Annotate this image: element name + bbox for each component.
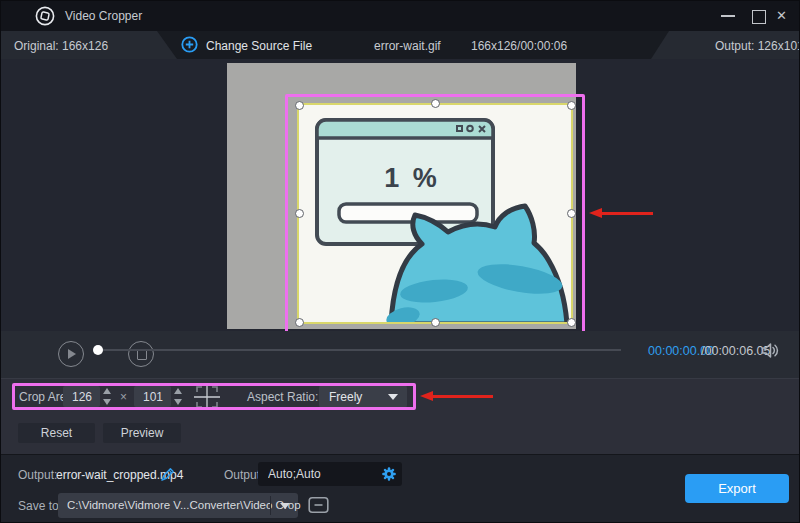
crop-handle-mid-left[interactable] [295,209,304,218]
stop-button[interactable] [128,341,154,367]
reset-button[interactable]: Reset [18,423,95,443]
save-path-dropdown[interactable]: C:\Vidmore\Vidmore V...Converter\Video C… [58,493,298,518]
video-frame-image: 1 % [299,105,571,322]
aspect-ratio-value: Freely [329,390,362,404]
crop-selection-region[interactable]: 1 % [299,105,571,322]
gear-icon[interactable] [381,466,397,486]
output-format-field [258,462,402,486]
add-circle-icon [181,36,198,57]
crop-handle-bottom-right[interactable] [567,318,576,327]
output-size-label: Output: 126x101 [715,39,800,53]
export-button[interactable]: Export [685,474,789,503]
save-path-value: C:\Vidmore\Vidmore V...Converter\Video C… [67,499,301,511]
save-to-label: Save to: [18,499,62,513]
info-bar: Original: 166x126 Change Source File err… [1,31,800,59]
crop-handle-top-center[interactable] [431,99,440,108]
crop-width-input[interactable] [63,386,100,407]
annotation-arrow-crop-area [589,209,653,218]
crop-height-stepper[interactable] [173,386,185,407]
multiply-sign: × [120,390,127,404]
volume-icon[interactable] [761,342,780,363]
chevron-down-icon [280,503,290,509]
edit-filename-pencil-icon[interactable] [159,466,176,487]
window-title: Video Cropper [65,9,142,23]
playback-controls: 00:00:00.00 /00:00:06.05 [1,331,800,378]
change-source-file-button[interactable]: Change Source File [206,39,312,53]
source-filename: error-wait.gif [374,39,441,53]
close-button[interactable] [768,1,796,31]
crop-handle-top-right[interactable] [567,101,576,110]
crop-width-stepper[interactable] [102,386,114,407]
crop-handle-bottom-left[interactable] [295,318,304,327]
play-button[interactable] [58,341,84,367]
video-preview-area: 1 % [1,59,800,331]
open-folder-icon[interactable] [308,496,329,518]
output-format-input[interactable] [258,462,376,486]
source-size-duration: 166x126/00:00:06 [471,39,567,53]
aspect-ratio-label: Aspect Ratio: [247,390,318,404]
seek-slider-thumb[interactable] [93,345,103,355]
export-settings-panel: Output: error-wait_cropped.mp4 Output: [1,454,800,523]
seek-slider-track[interactable] [98,349,621,351]
original-size-label: Original: 166x126 [14,39,108,53]
crop-height-input[interactable] [134,386,171,407]
crop-handle-bottom-center[interactable] [431,318,440,327]
output-filename-label: Output: [18,468,57,482]
crop-handle-mid-right[interactable] [567,209,576,218]
aspect-ratio-dropdown[interactable]: Freely [319,385,407,408]
title-bar: Video Cropper [1,1,800,31]
chevron-down-icon [388,394,398,400]
video-cropper-window: Video Cropper Original: 166x126 Change S… [0,0,800,523]
crop-handle-top-left[interactable] [295,101,304,110]
crop-position-crosshair-icon[interactable] [192,382,222,416]
cartoon-progress-percent: 1 % [384,163,440,193]
preview-button[interactable]: Preview [103,423,181,443]
annotation-arrow-crop-controls [420,392,493,401]
crop-settings-panel: Crop Area: × Aspect Ratio: Freely Reset … [1,378,800,454]
minimize-button[interactable] [714,1,742,31]
app-logo-icon [35,6,55,30]
